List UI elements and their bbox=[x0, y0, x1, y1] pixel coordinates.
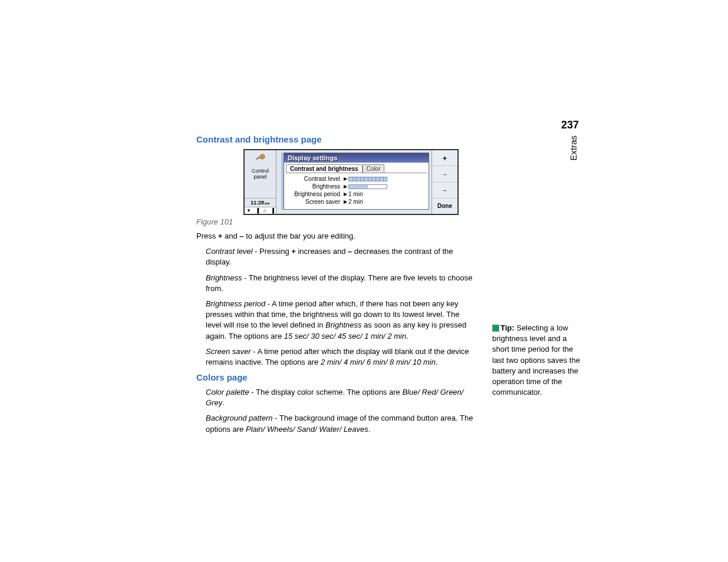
label-brightness: Brightness bbox=[286, 183, 342, 190]
item-background-pattern: Background pattern - The background imag… bbox=[206, 413, 476, 434]
bar-icon: ▐ bbox=[256, 208, 259, 213]
device-center: Display settings Contrast and brightness… bbox=[276, 150, 431, 214]
dialog-title: Display settings bbox=[284, 153, 429, 163]
brightness-bar[interactable] bbox=[348, 184, 387, 189]
chevron-right-icon: ▶ bbox=[342, 176, 348, 181]
softkey-arrow[interactable]: → bbox=[432, 166, 457, 182]
page-number: 237 bbox=[561, 119, 579, 131]
battery-icon: ▐ bbox=[271, 208, 274, 213]
label-contrast-level: Contrast level bbox=[286, 176, 342, 182]
contrast-bar[interactable] bbox=[348, 177, 387, 181]
tip-square-icon bbox=[492, 325, 499, 332]
chevron-right-icon: ▶ bbox=[342, 199, 348, 204]
dialog-tabs: Contrast and brightness Color bbox=[284, 163, 429, 173]
tip-box: Tip: Selecting a low brightness level an… bbox=[492, 323, 581, 398]
tip-text: Selecting a low brightness level and a s… bbox=[492, 323, 580, 396]
device-status-bar: ▼ ▐ ⌂ ▐ bbox=[245, 207, 276, 214]
wrench-gear-icon bbox=[245, 150, 276, 167]
label-screen-saver: Screen saver bbox=[286, 199, 342, 205]
device-softkeys: + → – Done bbox=[431, 150, 457, 214]
heading-colors-page: Colors page bbox=[196, 372, 476, 382]
chevron-right-icon: ▶ bbox=[342, 191, 348, 197]
press-instruction: Press + and – to adjust the bar you are … bbox=[196, 231, 476, 242]
row-brightness-period[interactable]: Brightness period ▶ 1 min bbox=[286, 190, 427, 198]
value-brightness-period: 1 min bbox=[348, 191, 363, 197]
softkey-plus[interactable]: + bbox=[432, 150, 457, 166]
tab-color[interactable]: Color bbox=[363, 164, 385, 173]
display-settings-dialog: Display settings Contrast and brightness… bbox=[284, 153, 429, 210]
chevron-right-icon: ▶ bbox=[342, 184, 348, 189]
home-icon: ⌂ bbox=[263, 208, 266, 213]
tab-contrast-brightness[interactable]: Contrast and brightness bbox=[286, 164, 363, 173]
dialog-body: Contrast level ▶ Brightness ▶ bbox=[286, 173, 427, 207]
item-brightness-period: Brightness period - A time period after … bbox=[206, 299, 476, 342]
row-screen-saver[interactable]: Screen saver ▶ 2 min bbox=[286, 198, 427, 206]
device-sidebar-label: Control panel bbox=[245, 167, 276, 181]
device-sidebar: Control panel 11:28 ᴀᴍ ▼ ▐ ⌂ ▐ bbox=[245, 150, 276, 214]
main-content: Contrast and brightness page Control pan… bbox=[196, 134, 476, 439]
row-brightness[interactable]: Brightness ▶ bbox=[286, 183, 427, 190]
row-contrast-level[interactable]: Contrast level ▶ bbox=[286, 175, 427, 183]
item-color-palette: Color palette - The display color scheme… bbox=[206, 387, 476, 408]
item-screen-saver: Screen saver - A time period after which… bbox=[206, 346, 476, 368]
label-brightness-period: Brightness period bbox=[286, 191, 342, 197]
figure-101: Control panel 11:28 ᴀᴍ ▼ ▐ ⌂ ▐ Display s… bbox=[243, 149, 476, 215]
figure-caption: Figure 101 bbox=[196, 217, 476, 226]
signal-icon: ▼ bbox=[246, 208, 251, 213]
tip-label: Tip: bbox=[500, 323, 515, 332]
heading-contrast-brightness: Contrast and brightness page bbox=[196, 134, 476, 144]
item-contrast-level: Contrast level - Pressing + increases an… bbox=[206, 246, 476, 267]
section-side-label: Extras bbox=[568, 135, 578, 161]
device-clock: 11:28 ᴀᴍ bbox=[245, 198, 276, 207]
softkey-done[interactable]: Done bbox=[432, 199, 457, 214]
device-screenshot: Control panel 11:28 ᴀᴍ ▼ ▐ ⌂ ▐ Display s… bbox=[243, 149, 459, 215]
svg-point-1 bbox=[261, 156, 262, 157]
item-brightness: Brightness - The brightness level of the… bbox=[206, 273, 476, 294]
value-screen-saver: 2 min bbox=[348, 199, 363, 205]
softkey-minus[interactable]: – bbox=[432, 183, 457, 199]
